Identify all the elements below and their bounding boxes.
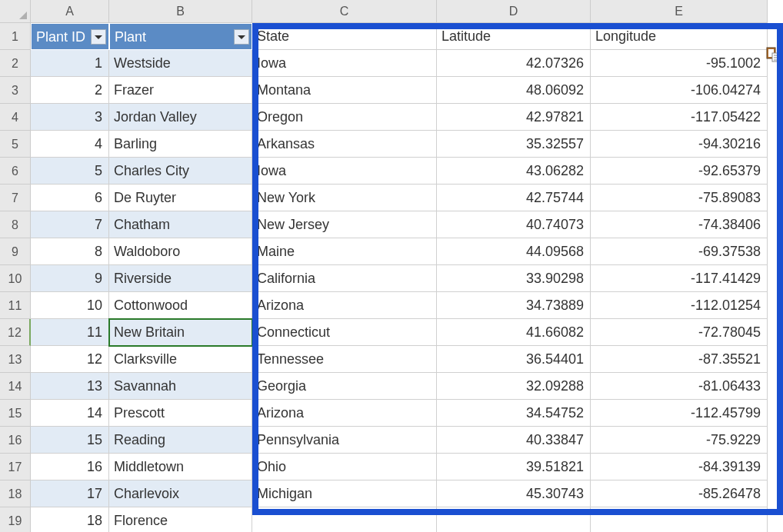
cell-longitude[interactable]: -112.01254: [591, 292, 768, 319]
row-header[interactable]: 19: [0, 507, 31, 532]
cell-latitude[interactable]: 39.51821: [437, 454, 591, 480]
cell-longitude[interactable]: -87.35521: [591, 346, 768, 373]
cell-plant-id[interactable]: 17: [31, 480, 109, 507]
cell-latitude[interactable]: 34.54752: [437, 400, 591, 427]
row-header[interactable]: 3: [0, 77, 31, 104]
cell-latitude[interactable]: [437, 507, 591, 532]
cell-plant-id[interactable]: 4: [31, 131, 109, 158]
cell-plant[interactable]: Florence: [109, 507, 252, 532]
cell-latitude[interactable]: 40.33847: [437, 427, 591, 454]
cell-state[interactable]: Ohio: [252, 454, 437, 480]
cell-latitude[interactable]: 40.74073: [437, 211, 591, 238]
row-header[interactable]: 15: [0, 400, 31, 427]
cell-plant[interactable]: Riverside: [109, 265, 252, 292]
cell-longitude[interactable]: -75.9229: [591, 427, 768, 454]
cell-latitude[interactable]: 32.09288: [437, 373, 591, 400]
row-header[interactable]: 16: [0, 427, 31, 454]
header-longitude[interactable]: Longitude: [591, 23, 768, 50]
cell-plant-id[interactable]: 3: [31, 104, 109, 131]
cell-longitude[interactable]: -112.45799: [591, 400, 768, 427]
cell-plant-id[interactable]: 8: [31, 238, 109, 265]
cell-state[interactable]: Georgia: [252, 373, 437, 400]
row-header[interactable]: 4: [0, 104, 31, 131]
cell-longitude[interactable]: -69.37538: [591, 238, 768, 265]
cell-plant[interactable]: Savannah: [109, 373, 252, 400]
cell-plant[interactable]: Waldoboro: [109, 238, 252, 265]
cell-plant-id[interactable]: 11: [31, 319, 109, 346]
cell-latitude[interactable]: 33.90298: [437, 265, 591, 292]
cell-plant-id[interactable]: 18: [31, 507, 109, 532]
select-all-corner[interactable]: [0, 0, 31, 23]
cell-plant-id[interactable]: 15: [31, 427, 109, 454]
cell-plant-id[interactable]: 16: [31, 454, 109, 480]
cell-state[interactable]: Oregon: [252, 104, 437, 131]
row-header[interactable]: 8: [0, 211, 31, 238]
cell-latitude[interactable]: 35.32557: [437, 131, 591, 158]
cell-longitude[interactable]: -92.65379: [591, 158, 768, 185]
cell-plant-id[interactable]: 14: [31, 400, 109, 427]
cell-plant-id[interactable]: 1: [31, 50, 109, 77]
cell-longitude[interactable]: -75.89083: [591, 185, 768, 211]
row-header[interactable]: 6: [0, 158, 31, 185]
row-header[interactable]: 12: [0, 319, 31, 346]
cell-plant[interactable]: Westside: [109, 50, 252, 77]
cell-plant-id[interactable]: 13: [31, 373, 109, 400]
spreadsheet-grid[interactable]: ABCDE1Plant IDPlantStateLatitudeLongitud…: [0, 0, 783, 532]
cell-state[interactable]: [252, 507, 437, 532]
cell-plant[interactable]: Cottonwood: [109, 292, 252, 319]
cell-latitude[interactable]: 42.07326: [437, 50, 591, 77]
cell-longitude[interactable]: -94.30216: [591, 131, 768, 158]
cell-latitude[interactable]: 48.06092: [437, 77, 591, 104]
cell-state[interactable]: Arkansas: [252, 131, 437, 158]
header-state[interactable]: State: [252, 23, 437, 50]
row-header[interactable]: 17: [0, 454, 31, 480]
row-header[interactable]: 7: [0, 185, 31, 211]
cell-plant[interactable]: Frazer: [109, 77, 252, 104]
cell-state[interactable]: Arizona: [252, 292, 437, 319]
row-header[interactable]: 2: [0, 50, 31, 77]
cell-latitude[interactable]: 41.66082: [437, 319, 591, 346]
row-header[interactable]: 18: [0, 480, 31, 507]
column-header-A[interactable]: A: [31, 0, 109, 23]
column-header-B[interactable]: B: [109, 0, 252, 23]
cell-latitude[interactable]: 45.30743: [437, 480, 591, 507]
cell-latitude[interactable]: 44.09568: [437, 238, 591, 265]
header-plant-id[interactable]: Plant ID: [31, 23, 109, 50]
cell-state[interactable]: Iowa: [252, 158, 437, 185]
header-plant[interactable]: Plant: [109, 23, 252, 50]
cell-plant-id[interactable]: 12: [31, 346, 109, 373]
cell-state[interactable]: New Jersey: [252, 211, 437, 238]
cell-state[interactable]: New York: [252, 185, 437, 211]
cell-latitude[interactable]: 42.97821: [437, 104, 591, 131]
column-header-E[interactable]: E: [591, 0, 768, 23]
cell-plant-id[interactable]: 5: [31, 158, 109, 185]
cell-state[interactable]: Maine: [252, 238, 437, 265]
cell-state[interactable]: Connecticut: [252, 319, 437, 346]
cell-plant[interactable]: Charles City: [109, 158, 252, 185]
cell-state[interactable]: California: [252, 265, 437, 292]
cell-longitude[interactable]: -74.38406: [591, 211, 768, 238]
cell-longitude[interactable]: -117.41429: [591, 265, 768, 292]
filter-dropdown-plant-id[interactable]: [91, 29, 106, 45]
row-header[interactable]: 13: [0, 346, 31, 373]
cell-state[interactable]: Tennessee: [252, 346, 437, 373]
cell-longitude[interactable]: -84.39139: [591, 454, 768, 480]
cell-state[interactable]: Pennsylvania: [252, 427, 437, 454]
header-latitude[interactable]: Latitude: [437, 23, 591, 50]
row-header[interactable]: 14: [0, 373, 31, 400]
cell-plant-id[interactable]: 6: [31, 185, 109, 211]
cell-plant[interactable]: New Britain: [109, 319, 252, 346]
cell-longitude[interactable]: -72.78045: [591, 319, 768, 346]
cell-longitude[interactable]: -117.05422: [591, 104, 768, 131]
row-header[interactable]: 10: [0, 265, 31, 292]
cell-state[interactable]: Arizona: [252, 400, 437, 427]
cell-state[interactable]: Iowa: [252, 50, 437, 77]
cell-state[interactable]: Montana: [252, 77, 437, 104]
cell-plant-id[interactable]: 9: [31, 265, 109, 292]
cell-latitude[interactable]: 43.06282: [437, 158, 591, 185]
cell-plant[interactable]: Jordan Valley: [109, 104, 252, 131]
column-header-C[interactable]: C: [252, 0, 437, 23]
cell-latitude[interactable]: 34.73889: [437, 292, 591, 319]
cell-plant[interactable]: Prescott: [109, 400, 252, 427]
cell-plant[interactable]: Charlevoix: [109, 480, 252, 507]
